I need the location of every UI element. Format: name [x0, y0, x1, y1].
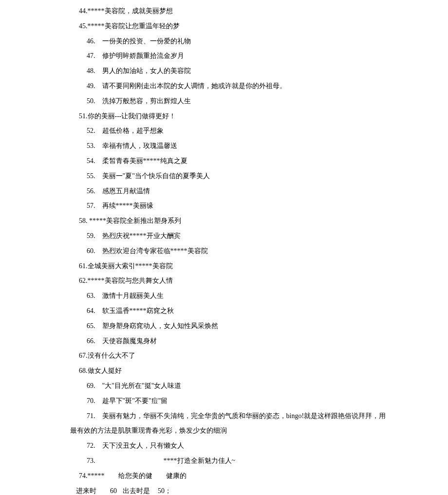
list-item: 62.*****美容院与您共舞女人情 — [70, 274, 429, 289]
list-item: 71. 美丽有魅力，华丽不失清纯，完全华贵的气质和华丽的姿态，bingo!就是这… — [70, 409, 429, 424]
age-in-value: 60 — [104, 484, 123, 495]
list-item: 52. 超低价格，超乎想象 — [70, 124, 429, 139]
list-item: 59. 热烈庆祝*****开业大酬宾 — [70, 229, 429, 244]
list-item: 47. 修护明眸娇颜重拾流金岁月 — [70, 49, 429, 64]
list-item: 63. 激情十月靓丽美人生 — [70, 289, 429, 304]
list-item: 56. 感恩五月献温情 — [70, 184, 429, 199]
list-item: 51.你的美丽---让我们做得更好！ — [70, 109, 429, 124]
list-item: 60. 热烈欢迎台湾专家莅临*****美容院 — [70, 244, 429, 259]
age-row: 进来时60出去时是50； — [76, 484, 429, 495]
list-item: 72. 天下没丑女人，只有懒女人 — [70, 439, 429, 454]
list-item: 49. 请不要同刚刚走出本院的女人调情，她或许就是你的外祖母。 — [70, 79, 429, 94]
list-item: 53. 幸福有情人，玫瑰温馨送 — [70, 139, 429, 154]
list-item: 44.*****美容院，成就美丽梦想 — [70, 4, 429, 19]
list-item: 64. 软玉温香*****窈窕之秋 — [70, 304, 429, 319]
list-item: 55. 美丽一"夏"当个快乐自信的夏季美人 — [70, 169, 429, 184]
age-in-label: 进来时 — [76, 484, 104, 495]
list-item: 46. 一份美的投资、一份爱的礼物 — [70, 34, 429, 49]
list-item: 57. 再续*****美丽缘 — [70, 199, 429, 214]
list-item: 45.*****美容院让您重温年轻的梦 — [70, 19, 429, 34]
age-out-label: 出去时是 — [123, 484, 158, 495]
list-item: 61.全城美丽大索引*****美容院 — [70, 259, 429, 274]
list-item: 50. 洗掉万般愁容，剪出辉煌人生 — [70, 94, 429, 109]
numbered-list: 44.*****美容院，成就美丽梦想45.*****美容院让您重温年轻的梦46.… — [70, 4, 429, 469]
list-item: 73. ****打造全新魅力佳人~ — [70, 454, 429, 469]
item-74: 74.***** 给您美的健 健康的 — [70, 469, 429, 484]
list-item: 最有效的方法是肌肤重现青春光彩，焕发少女的细润 — [70, 423, 429, 439]
ages-block: 进来时60出去时是50；⇨进来时50出去时是40；⇨进来时40出去时是30；⇨进… — [70, 484, 429, 495]
list-item: 70. 趁早下"斑"不要"痘"留 — [70, 394, 429, 409]
list-item: 67.没有什么大不了 — [70, 348, 429, 364]
document-content: 44.*****美容院，成就美丽梦想45.*****美容院让您重温年轻的梦46.… — [0, 4, 448, 495]
list-item: 69. "大"目光所在"挺"女人味道 — [70, 379, 429, 394]
list-item: 54. 柔皙青春美丽*****纯真之夏 — [70, 154, 429, 169]
list-item: 48. 男人的加油站，女人的美容院 — [70, 64, 429, 79]
list-item: 58. *****美容院全新推出塑身系列 — [70, 214, 429, 229]
list-item: 65. 塑身塑身窈窕动人，女人知性风采焕然 — [70, 319, 429, 334]
list-item: 68.做女人挺好 — [70, 364, 429, 379]
list-item: 66. 天使容颜魔鬼身材 — [70, 334, 429, 349]
age-out-value: 50； — [158, 484, 172, 495]
